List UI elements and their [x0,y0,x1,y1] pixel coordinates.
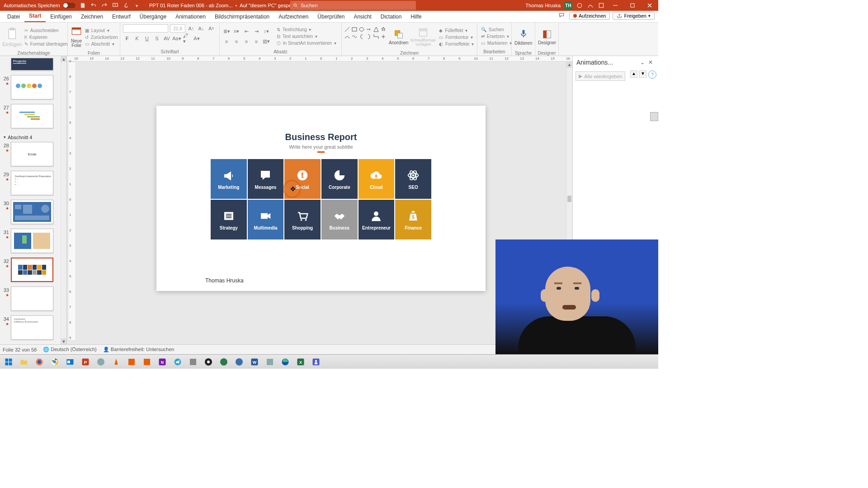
quick-styles-button[interactable]: Schnellformat-vorlagen [410,24,436,50]
touch-mode-icon[interactable] [123,2,130,9]
app-icon-1[interactable] [94,356,108,368]
app-icon-7[interactable] [263,356,277,368]
align-left-button[interactable]: ≡ [222,38,231,46]
justify-button[interactable]: ≡ [252,38,260,46]
tab-entwurf[interactable]: Entwurf [108,11,135,22]
close-pane-icon[interactable]: ✕ [646,59,655,66]
slide-title[interactable]: Business Report [156,132,486,142]
save-icon[interactable] [79,2,86,9]
dictate-button[interactable]: Diktieren [514,24,532,50]
slide-thumbnail[interactable]: 26★ [1,75,66,99]
tile-business[interactable]: Business [321,200,358,239]
close-button[interactable] [643,0,656,11]
help-icon[interactable]: ? [648,70,656,79]
layout-button[interactable]: ▦ Layout ▾ [84,28,120,33]
start-button[interactable] [2,356,15,368]
scroll-up-icon[interactable]: ▲ [61,56,66,62]
thumbnail-scrollbar[interactable]: ▲ ▼ [61,56,66,344]
numbering-button[interactable]: ≡▾ [232,28,241,36]
tile-seo[interactable]: SEO [395,159,431,199]
spacing-button[interactable]: Aa▾ [173,34,181,42]
reset-button[interactable]: ↺ Zurücksetzen [84,34,120,40]
align-text-button[interactable]: ⊟ Text ausrichten ▾ [276,33,337,39]
chevron-down-icon[interactable]: ⌄ [638,59,646,66]
slide-thumbnail[interactable]: 31★ [1,229,66,253]
play-all-button[interactable]: ▶ Alle wiedergeben [576,71,625,81]
telegram-icon[interactable] [171,356,184,368]
clear-format-icon[interactable]: Aᵡ [207,24,215,33]
shadow-button[interactable]: AV [163,34,171,42]
section-header[interactable]: Abschnitt 4 [1,133,66,142]
bold-button[interactable]: F [123,34,131,42]
tile-social[interactable]: tSocial [284,159,321,199]
firefox-icon[interactable] [33,356,46,368]
tab-ansicht[interactable]: Ansicht [349,11,376,22]
smartart-button[interactable]: ⬡ In SmartArt konvertieren ▾ [276,40,337,46]
increase-font-icon[interactable]: A↑ [187,24,195,33]
search-input[interactable] [301,3,413,8]
teams-icon[interactable] [309,356,323,368]
cut-button[interactable]: ✂ Ausschneiden [24,28,70,33]
slide-counter[interactable]: Folie 32 von 58 [3,347,37,352]
word-icon[interactable]: W [248,356,261,368]
tile-shopping[interactable]: Shopping [284,200,321,239]
shape-outline-button[interactable]: ▭ Formkontur ▾ [438,34,475,40]
coming-soon-icon[interactable] [587,2,594,9]
indent-inc-button[interactable]: ⇥ [252,28,260,36]
app-icon-6[interactable] [232,356,246,368]
replace-button[interactable]: ⇄ Ersetzen ▾ [480,33,513,39]
collapsed-pane-tab[interactable] [650,112,658,121]
shapes-gallery[interactable] [344,27,387,47]
slide-thumbnail[interactable]: 30★ [1,200,66,224]
tab-dictation[interactable]: Dictation [376,11,406,22]
scroll-thumb[interactable] [567,196,571,202]
slide-subtitle[interactable]: Write here your great subtitle [156,144,486,150]
slide-thumbnail[interactable]: 27★ [1,104,66,128]
new-slide-button[interactable]: Neue Folie [71,24,82,50]
italic-button[interactable]: K [133,34,141,42]
record-button[interactable]: Aufzeichnen [569,12,610,20]
vlc-icon[interactable] [109,356,123,368]
tab-animationen[interactable]: Animationen [171,11,210,22]
maximize-button[interactable] [626,0,639,11]
tab-überprüfen[interactable]: Überprüfen [313,11,349,22]
start-slideshow-icon[interactable] [112,2,119,9]
app-icon-3[interactable] [140,356,154,368]
select-button[interactable]: ▭ Markieren ▾ [480,40,513,46]
search-box[interactable] [290,1,416,10]
tab-einfügen[interactable]: Einfügen [46,11,76,22]
app-icon-4[interactable] [186,356,200,368]
tile-corporate[interactable]: Corporate [321,159,358,199]
obs-icon[interactable] [202,356,215,368]
tab-datei[interactable]: Datei [3,11,24,22]
slide-thumbnail[interactable]: 34★DashboardKaffehaus Businessplan [1,315,66,340]
designer-button[interactable]: Designer [538,24,556,50]
accessibility-status[interactable]: 👤 Barrierefreiheit: Untersuchen [103,347,175,352]
text-direction-button[interactable]: ⇅ Textrichtung ▾ [276,27,337,33]
line-spacing-button[interactable]: ↕▾ [262,28,270,36]
slide-thumbnail[interactable]: 32★ [1,258,66,282]
tile-multimedia[interactable]: Multimedia [248,200,284,239]
app-icon-5[interactable] [217,356,231,368]
user-name[interactable]: Thomas Hruska [525,3,561,8]
edge-icon[interactable] [278,356,292,368]
redo-icon[interactable] [101,2,108,9]
tile-finance[interactable]: $Finance [395,200,431,239]
tile-strategy[interactable]: Strategy [211,200,247,239]
strike-button[interactable]: S [153,34,161,42]
align-right-button[interactable]: ≡ [242,38,250,46]
share-button[interactable]: Freigeben▾ [613,12,655,20]
excel-icon[interactable]: X [294,356,307,368]
slide-thumbnail[interactable]: Projects [1,58,66,70]
qat-more-icon[interactable]: ▾ [133,2,141,9]
highlight-button[interactable]: 🖍▾ [183,34,191,42]
paste-button[interactable]: Einfügen [3,24,22,50]
font-color-button[interactable]: A▾ [193,34,201,42]
columns-button[interactable]: ▥▾ [262,38,270,46]
bullets-button[interactable]: ≣▾ [222,28,231,36]
undo-icon[interactable] [90,2,97,9]
font-family-combo[interactable] [123,24,168,33]
onenote-icon[interactable]: N [156,356,169,368]
tile-grid[interactable]: MarketingMessagestSocialCorporateCloudSE… [211,159,431,239]
explorer-icon[interactable] [17,356,31,368]
